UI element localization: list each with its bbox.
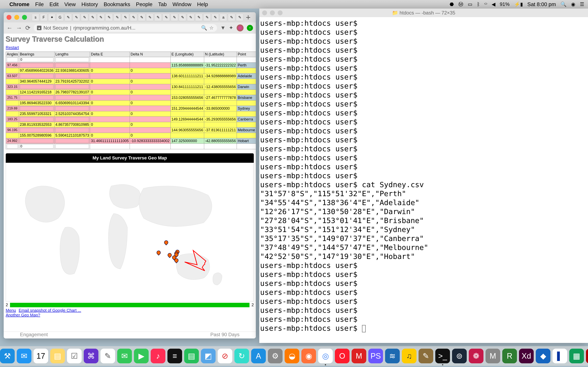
dock-music[interactable]: ♪ xyxy=(151,349,165,363)
back-icon[interactable]: ← xyxy=(7,25,13,31)
dock-marked[interactable]: M xyxy=(352,349,366,363)
dock-textedit[interactable]: ✎ xyxy=(100,349,115,363)
cell[interactable]: 0 xyxy=(130,100,171,106)
cell[interactable]: 23.79191425732202 xyxy=(54,79,90,84)
dock-facetime[interactable]: ▶ xyxy=(134,349,149,363)
cell-input[interactable] xyxy=(20,58,53,62)
notification-center-icon[interactable]: ☰ xyxy=(580,1,584,7)
tab-22[interactable]: ✎ xyxy=(212,14,219,21)
cell[interactable] xyxy=(130,144,171,149)
cell[interactable] xyxy=(6,90,19,95)
cell[interactable] xyxy=(6,100,19,106)
cell[interactable] xyxy=(54,84,90,90)
dock-recuva[interactable]: R xyxy=(502,349,517,363)
cell[interactable] xyxy=(19,138,54,144)
tab-20[interactable]: ✎ xyxy=(195,14,203,21)
tab-12[interactable]: ✎ xyxy=(130,14,137,21)
link-another-geomap[interactable]: Another Geo Map? xyxy=(6,313,40,317)
cell[interactable] xyxy=(19,117,54,122)
new-tab-button[interactable]: + xyxy=(246,13,251,22)
dock-sheets[interactable]: ▦ xyxy=(569,349,584,363)
dock-gimp[interactable]: ✎ xyxy=(419,349,433,363)
cell[interactable] xyxy=(90,106,130,111)
cell[interactable] xyxy=(130,73,171,79)
address-bar[interactable]: ▲ Not Secure | rjmprogramming.com.au/H..… xyxy=(34,24,217,32)
cell[interactable] xyxy=(6,133,19,138)
tab-5[interactable]: ✎ xyxy=(73,14,80,21)
cell[interactable] xyxy=(19,144,54,149)
cell[interactable]: 4.867357700810985 xyxy=(54,122,90,127)
cell[interactable] xyxy=(54,57,90,63)
cell[interactable]: 0 xyxy=(130,111,171,117)
cell[interactable]: 0 xyxy=(130,90,171,95)
cell[interactable] xyxy=(6,84,19,90)
cell[interactable] xyxy=(6,68,19,73)
cell[interactable] xyxy=(90,144,130,149)
tab-1[interactable]: F xyxy=(40,14,47,21)
tab-19[interactable]: ✎ xyxy=(187,14,194,21)
menu-edit[interactable]: Edit xyxy=(49,1,59,8)
cell[interactable] xyxy=(130,117,171,122)
cell[interactable] xyxy=(6,111,19,117)
cell[interactable]: 0 xyxy=(90,100,130,106)
tab-13[interactable]: ✎ xyxy=(138,14,145,21)
menu-window[interactable]: Window xyxy=(173,1,191,8)
cell[interactable] xyxy=(54,144,90,149)
dock-mail[interactable]: ✉ xyxy=(17,349,31,363)
dock-notes[interactable]: ▤ xyxy=(50,349,65,363)
cell[interactable]: 22.93619881430605 xyxy=(54,68,90,73)
cell[interactable]: 5.590412110187573 xyxy=(54,133,90,138)
cell[interactable]: 0 xyxy=(130,68,171,73)
cell[interactable]: 0 xyxy=(90,133,130,138)
cell-input[interactable] xyxy=(7,63,18,67)
cell[interactable] xyxy=(54,73,90,79)
menu-people[interactable]: People xyxy=(136,1,153,8)
cell[interactable] xyxy=(6,57,19,63)
cell[interactable] xyxy=(19,57,54,63)
dock-shortcuts[interactable]: ⌘ xyxy=(84,349,98,363)
cell[interactable]: 0 xyxy=(130,133,171,138)
cell-input[interactable] xyxy=(7,58,18,62)
cell[interactable] xyxy=(6,63,19,68)
tab-11[interactable]: ✎ xyxy=(122,14,129,21)
cell[interactable]: 0 xyxy=(130,122,171,127)
cell[interactable] xyxy=(6,79,19,84)
cell-input[interactable] xyxy=(7,144,18,149)
cell[interactable]: 0 xyxy=(90,122,130,127)
dock-audacity[interactable]: ♫ xyxy=(402,349,416,363)
tab-2[interactable]: ✦ xyxy=(48,14,56,21)
menu-tab[interactable]: Tab xyxy=(158,1,167,8)
tab-7[interactable]: ✎ xyxy=(89,14,96,21)
cell[interactable] xyxy=(90,84,130,90)
tab-24[interactable]: ✎ xyxy=(228,14,235,21)
tab-9[interactable]: ✎ xyxy=(105,14,113,21)
bookmark-star-icon[interactable]: ☆ xyxy=(209,25,214,31)
update-badge-icon[interactable]: ↑ xyxy=(247,25,253,31)
cell-input[interactable] xyxy=(20,117,53,122)
avast-menubar-icon[interactable]: ⬣ xyxy=(450,1,454,7)
display-icon[interactable]: ▭ xyxy=(468,1,472,7)
cell[interactable]: 0 xyxy=(90,111,130,117)
tab-14[interactable]: ✎ xyxy=(146,14,154,21)
cell[interactable]: 31.4661111111111005 xyxy=(90,138,130,144)
cell-input[interactable] xyxy=(7,139,18,143)
menu-help[interactable]: Help xyxy=(197,1,208,8)
restart-link[interactable]: Restart xyxy=(6,45,19,50)
tab-17[interactable]: ✎ xyxy=(171,14,178,21)
dock-chrome[interactable]: ◎ xyxy=(318,349,333,363)
cell-input[interactable] xyxy=(7,85,18,89)
battery-text[interactable]: 91% xyxy=(500,1,510,7)
volume-icon[interactable]: ◀ xyxy=(492,1,495,7)
cell-input[interactable] xyxy=(7,128,18,132)
cell[interactable] xyxy=(90,57,130,63)
chrome-titlebar[interactable]: sF✦G✎✎✎✎✎✎✎✎✎✎✎✎✎✎✎✎✎✎✎a✎✎ + xyxy=(4,12,256,22)
dock-phpstorm[interactable]: PS xyxy=(368,349,383,363)
dock-firefox[interactable]: ◉ xyxy=(301,349,316,363)
firefox-menubar-icon[interactable]: Ⓜ xyxy=(458,1,463,8)
zoom-icon[interactable] xyxy=(22,15,27,20)
cell-input[interactable] xyxy=(20,128,53,132)
siri-icon[interactable]: ◉ xyxy=(571,1,575,7)
cell[interactable] xyxy=(19,127,54,133)
dock-screenshot[interactable]: ◩ xyxy=(201,349,216,363)
dock-blue-app[interactable]: ◆ xyxy=(536,349,550,363)
